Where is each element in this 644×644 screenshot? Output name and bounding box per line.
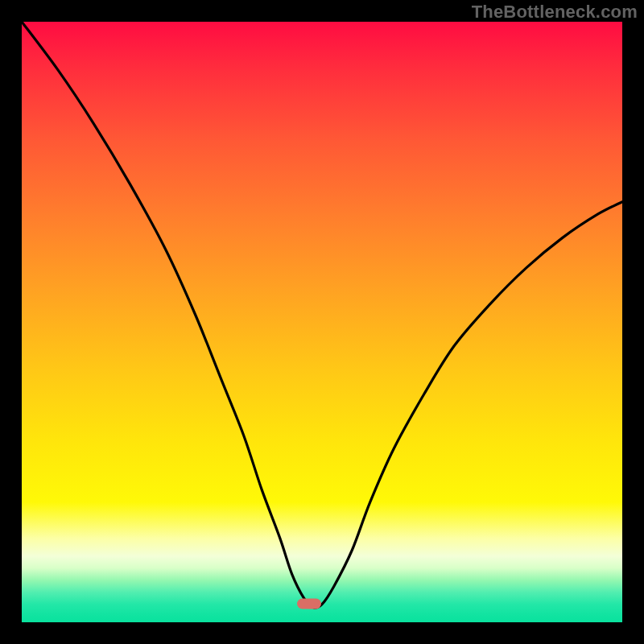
watermark-text: TheBottleneck.com bbox=[472, 2, 638, 23]
chart-frame: TheBottleneck.com bbox=[0, 0, 644, 644]
bottleneck-curve bbox=[22, 22, 622, 622]
plot-area bbox=[22, 22, 622, 622]
optimum-marker bbox=[297, 598, 321, 609]
